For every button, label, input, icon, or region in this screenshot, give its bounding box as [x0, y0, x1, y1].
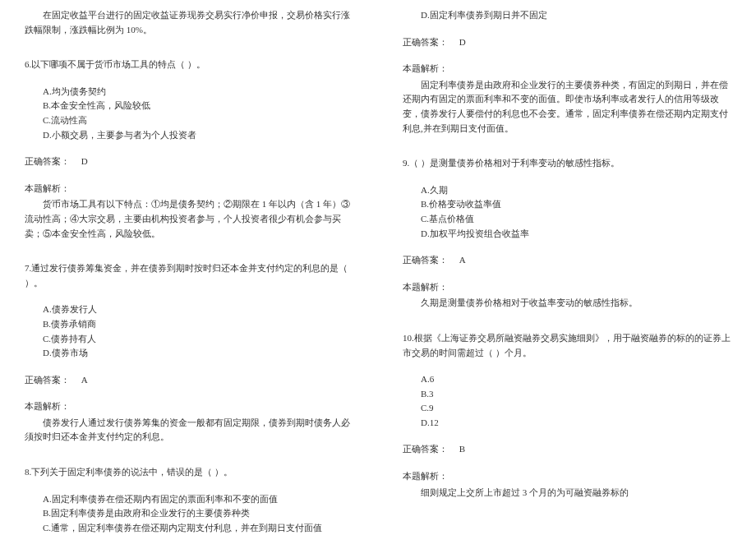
answer-label-text: 正确答案： — [403, 37, 448, 47]
q6-answer: 正确答案： D — [25, 155, 353, 169]
q6-expl-label: 本题解析： — [25, 182, 353, 196]
q9-expl-text: 久期是测量债券价格相对于收益率变动的敏感性指标。 — [403, 296, 731, 311]
q8-options-partial: A.固定利率债券在偿还期内有固定的票面利率和不变的面值 B.固定利率债券是由政府… — [25, 492, 353, 535]
q9-option-b: B.价格变动收益率值 — [421, 197, 731, 212]
q9-answer: 正确答案： A — [403, 253, 731, 268]
answer-label-text: 正确答案： — [25, 156, 70, 166]
q6-option-b: B.本金安全性高，风险较低 — [43, 99, 353, 113]
q7-option-c: C.债券持有人 — [43, 332, 353, 347]
answer-value: D — [81, 156, 88, 166]
answer-value: A — [459, 255, 466, 265]
q6-option-c: C.流动性高 — [43, 113, 353, 128]
q8-expl-text: 固定利率债券是由政府和企业发行的主要债券种类，有固定的到期日，并在偿还期内有固定… — [403, 78, 731, 136]
q7-options: A.债券发行人 B.债券承销商 C.债券持有人 D.债券市场 — [25, 302, 353, 360]
left-column: 在固定收益平台进行的固定收益证券现券交易实行净价申报，交易价格实行涨跌幅限制，涨… — [0, 8, 378, 527]
q10-option-d: D.12 — [421, 416, 731, 431]
question-7: 7.通过发行债券筹集资金，并在债券到期时按时归还本金并支付约定的利息的是（ ）。… — [25, 261, 353, 445]
intro-text: 在固定收益平台进行的固定收益证券现券交易实行净价申报，交易价格实行涨跌幅限制，涨… — [25, 8, 353, 37]
question-10: 10.根据《上海证券交易所融资融券交易实施细则》，用于融资融券的标的的证券上市交… — [403, 331, 731, 500]
q6-option-a: A.均为债务契约 — [43, 85, 353, 99]
q8-answer: 正确答案： D — [403, 35, 731, 50]
q6-stem: 6.以下哪项不属于货币市场工具的特点（ ）。 — [25, 58, 353, 72]
q6-option-d: D.小额交易，主要参与者为个人投资者 — [43, 128, 353, 143]
q7-option-d: D.债券市场 — [43, 346, 353, 361]
q6-options: A.均为债务契约 B.本金安全性高，风险较低 C.流动性高 D.小额交易，主要参… — [25, 85, 353, 142]
q7-expl-label: 本题解析： — [25, 399, 353, 414]
q10-expl-text: 细则规定上交所上市超过 3 个月的为可融资融券标的 — [403, 486, 731, 500]
q8-options-cont: D.固定利率债券到期日并不固定 — [403, 8, 731, 23]
q9-option-a: A.久期 — [421, 183, 731, 198]
q10-option-c: C.9 — [421, 401, 731, 416]
q8-stem: 8.下列关于固定利率债券的说法中，错误的是（ ）。 — [25, 465, 353, 480]
question-6: 6.以下哪项不属于货币市场工具的特点（ ）。 A.均为债务契约 B.本金安全性高… — [25, 58, 353, 241]
question-9: 9.（ ）是测量债券价格相对于利率变动的敏感性指标。 A.久期 B.价格变动收益… — [403, 156, 731, 311]
q7-answer: 正确答案： A — [25, 373, 353, 388]
q7-stem: 7.通过发行债券筹集资金，并在债券到期时按时归还本金并支付约定的利息的是（ ）。 — [25, 261, 353, 290]
q7-option-a: A.债券发行人 — [43, 302, 353, 317]
answer-label-text: 正确答案： — [25, 375, 70, 385]
question-8: 8.下列关于固定利率债券的说法中，错误的是（ ）。 A.固定利率债券在偿还期内有… — [25, 465, 353, 535]
q9-option-c: C.基点价格值 — [421, 212, 731, 227]
q8-option-d: D.固定利率债券到期日并不固定 — [421, 8, 731, 23]
q8-expl-label: 本题解析： — [403, 62, 731, 76]
q8-option-c: C.通常，固定利率债券在偿还期内定期支付利息，并在到期日支付面值 — [43, 521, 353, 535]
q6-expl-text: 货币市场工具有以下特点：①均是债务契约；②期限在 1 年以内（含 1 年）③流动… — [25, 197, 353, 241]
q7-expl-text: 债券发行人通过发行债券筹集的资金一般都有固定期限，债券到期时债务人必须按时归还本… — [25, 416, 353, 445]
answer-value: D — [459, 37, 466, 47]
q8-option-b: B.固定利率债券是由政府和企业发行的主要债券种类 — [43, 506, 353, 521]
answer-label-text: 正确答案： — [403, 255, 448, 265]
answer-label-text: 正确答案： — [403, 444, 448, 454]
q10-answer: 正确答案： B — [403, 442, 731, 457]
q10-options: A.6 B.3 C.9 D.12 — [403, 372, 731, 430]
question-8-cont: D.固定利率债券到期日并不固定 正确答案： D 本题解析： 固定利率债券是由政府… — [403, 8, 731, 136]
q7-option-b: B.债券承销商 — [43, 317, 353, 332]
answer-value: A — [81, 375, 88, 385]
q9-option-d: D.加权平均投资组合收益率 — [421, 227, 731, 242]
q10-option-a: A.6 — [421, 372, 731, 387]
answer-value: B — [459, 444, 465, 454]
q10-stem: 10.根据《上海证券交易所融资融券交易实施细则》，用于融资融券的标的的证券上市交… — [403, 331, 731, 360]
q10-expl-label: 本题解析： — [403, 469, 731, 484]
right-column: D.固定利率债券到期日并不固定 正确答案： D 本题解析： 固定利率债券是由政府… — [378, 8, 756, 527]
q9-stem: 9.（ ）是测量债券价格相对于利率变动的敏感性指标。 — [403, 156, 731, 171]
q9-expl-label: 本题解析： — [403, 280, 731, 295]
q10-option-b: B.3 — [421, 387, 731, 402]
q8-option-a: A.固定利率债券在偿还期内有固定的票面利率和不变的面值 — [43, 492, 353, 507]
q9-options: A.久期 B.价格变动收益率值 C.基点价格值 D.加权平均投资组合收益率 — [403, 183, 731, 241]
